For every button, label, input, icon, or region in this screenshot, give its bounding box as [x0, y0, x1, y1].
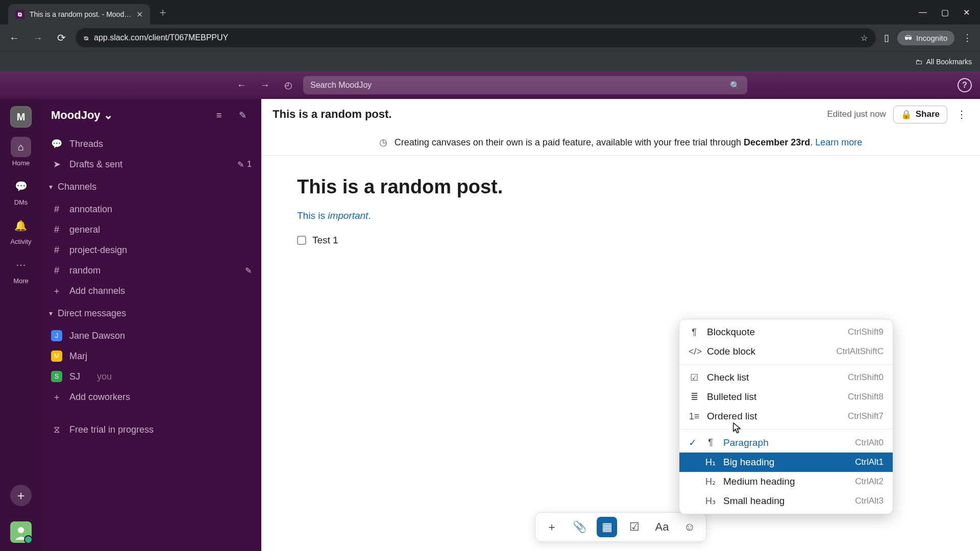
checklist-label: Test 1 — [312, 235, 338, 246]
browser-menu-icon[interactable]: ⋮ — [960, 29, 975, 46]
tab-title: This is a random post. - Mood… — [30, 10, 131, 18]
new-tab-button[interactable]: ＋ — [152, 3, 174, 22]
search-placeholder: Search MoodJoy — [310, 81, 372, 90]
threads-icon: 💬 — [51, 138, 62, 149]
ordered-icon: 1≡ — [689, 411, 700, 422]
channel-random[interactable]: #random✎ — [42, 260, 261, 281]
checkbox-icon[interactable] — [297, 236, 306, 245]
rail-activity[interactable]: 🔔 Activity — [10, 215, 31, 245]
workspace-rail: M ⌂ Home 💬 DMs 🔔 Activity ⋯ More ＋ — [0, 99, 42, 551]
browser-toolbar: ← → ⟳ ᴓ app.slack.com/client/T067MEBPPUY… — [0, 24, 980, 51]
blockquote-icon: ¶ — [689, 327, 700, 338]
dd-codeblock[interactable]: </>Code blockCtrlAltShiftC — [679, 342, 893, 361]
address-bar[interactable]: ᴓ app.slack.com/client/T067MEBPPUY ☆ — [76, 28, 876, 47]
history-clock-button[interactable]: ◴ — [280, 77, 297, 94]
add-coworkers-button[interactable]: ＋Add coworkers — [42, 387, 261, 407]
canvas-header: This is a random post. Edited just now 🔒… — [261, 99, 980, 130]
rail-add-button[interactable]: ＋ — [10, 485, 32, 506]
add-channels-button[interactable]: ＋Add channels — [42, 281, 261, 301]
compose-button[interactable]: ✎ — [233, 106, 252, 124]
channel-general[interactable]: #general — [42, 219, 261, 240]
channel-annotation[interactable]: #annotation — [42, 199, 261, 219]
emoji-button[interactable]: ☺ — [679, 517, 700, 537]
dm-label: Marj — [69, 351, 87, 362]
checklist-item[interactable]: Test 1 — [297, 235, 944, 246]
window-minimize-icon[interactable]: — — [919, 8, 927, 17]
doc-paragraph[interactable]: This is important. — [297, 210, 944, 221]
site-info-icon[interactable]: ᴓ — [84, 34, 89, 42]
window-maximize-icon[interactable]: ▢ — [941, 8, 949, 17]
clock-icon: ◷ — [379, 137, 387, 148]
window-close-icon[interactable]: ✕ — [963, 8, 970, 17]
dd-big-heading[interactable]: H₁Big headingCtrlAlt1 — [679, 453, 893, 472]
channels-section-header[interactable]: ▾ Channels — [42, 177, 261, 197]
dm-sj[interactable]: SSJ you — [42, 366, 261, 387]
avatar: S — [51, 371, 62, 382]
dd-checklist[interactable]: ☑Check listCtrlShift0 — [679, 368, 893, 387]
rail-home[interactable]: ⌂ Home — [11, 137, 31, 167]
insert-button[interactable]: ＋ — [542, 517, 562, 537]
home-icon: ⌂ — [11, 137, 31, 157]
learn-more-link[interactable]: Learn more — [815, 137, 862, 147]
text-style-button[interactable]: Aa — [652, 517, 672, 537]
checklist-button[interactable]: ☑ — [624, 517, 645, 537]
history-forward-button[interactable]: → — [256, 77, 274, 94]
doc-heading[interactable]: This is a random post. — [297, 176, 944, 198]
rail-label: Home — [12, 159, 30, 167]
reload-button[interactable]: ⟳ — [52, 29, 70, 47]
text-style-dropdown: ¶BlockquoteCtrlShift9 </>Code blockCtrlA… — [679, 319, 893, 514]
free-trial-row[interactable]: ⧖ Free trial in progress — [42, 419, 261, 440]
avatar: J — [51, 330, 62, 341]
drafts-count: 1 — [247, 160, 252, 169]
user-avatar[interactable] — [10, 521, 32, 543]
slack-topbar: ← → ◴ Search MoodJoy 🔍 ? — [0, 71, 980, 99]
dd-bulleted[interactable]: ≣Bulleted listCtrlShift8 — [679, 387, 893, 407]
dm-jane[interactable]: JJane Dawson — [42, 325, 261, 346]
search-input[interactable]: Search MoodJoy 🔍 — [303, 76, 747, 94]
rail-dms[interactable]: 💬 DMs — [11, 176, 31, 206]
hash-icon: # — [51, 265, 62, 276]
trial-label: Free trial in progress — [69, 424, 154, 435]
close-icon[interactable]: ✕ — [136, 10, 143, 19]
canvas-title: This is a random post. — [273, 108, 391, 121]
dd-blockquote[interactable]: ¶BlockquoteCtrlShift9 — [679, 322, 893, 342]
dd-medium-heading[interactable]: H₂Medium headingCtrlAlt2 — [679, 472, 893, 491]
all-bookmarks-button[interactable]: All Bookmarks — [926, 58, 972, 66]
side-panel-icon[interactable]: ▯ — [881, 29, 892, 46]
back-button[interactable]: ← — [5, 29, 23, 47]
lock-icon: 🔒 — [901, 109, 912, 120]
browser-tab[interactable]: ⧉ This is a random post. - Mood… ✕ — [8, 4, 150, 24]
channel-label: random — [69, 265, 101, 276]
canvas-body[interactable]: This is a random post. This is important… — [261, 156, 980, 266]
hourglass-icon: ⧖ — [51, 424, 62, 435]
workspace-name-button[interactable]: MoodJoy ⌄ — [51, 109, 113, 122]
sidebar-label: Add coworkers — [69, 392, 130, 403]
workspace-icon[interactable]: M — [10, 106, 32, 128]
more-actions-button[interactable]: ⋮ — [954, 106, 969, 122]
rail-label: Activity — [10, 238, 31, 245]
filter-button[interactable]: ≡ — [210, 106, 228, 124]
rail-more[interactable]: ⋯ More — [11, 255, 31, 285]
bookmark-star-icon[interactable]: ☆ — [861, 33, 868, 43]
dm-marj[interactable]: MMarj — [42, 346, 261, 366]
incognito-chip[interactable]: 🕶 Incognito — [897, 31, 954, 45]
dd-ordered[interactable]: 1≡Ordered listCtrlShift7 — [679, 407, 893, 426]
sidebar-threads[interactable]: 💬 Threads — [42, 134, 261, 154]
attachment-button[interactable]: 📎 — [569, 517, 590, 537]
forward-button[interactable]: → — [29, 29, 47, 47]
dd-small-heading[interactable]: H₃Small headingCtrlAlt3 — [679, 491, 893, 511]
dms-section-header[interactable]: ▾ Direct messages — [42, 303, 261, 323]
channel-label: annotation — [69, 204, 112, 215]
banner-text: Creating canvases on their own is a paid… — [395, 137, 863, 148]
channel-label: project-design — [69, 245, 127, 256]
history-back-button[interactable]: ← — [233, 77, 250, 94]
table-button[interactable]: ▦ — [597, 517, 617, 537]
dd-paragraph[interactable]: ✓¶ParagraphCtrlAlt0 — [679, 433, 893, 453]
incognito-icon: 🕶 — [904, 34, 912, 42]
channel-project-design[interactable]: #project-design — [42, 240, 261, 260]
incognito-label: Incognito — [916, 34, 947, 42]
slack-favicon: ⧉ — [15, 10, 24, 19]
help-button[interactable]: ? — [958, 78, 972, 92]
share-button[interactable]: 🔒 Share — [893, 106, 947, 123]
sidebar-drafts[interactable]: ➤ Drafts & sent ✎1 — [42, 154, 261, 174]
